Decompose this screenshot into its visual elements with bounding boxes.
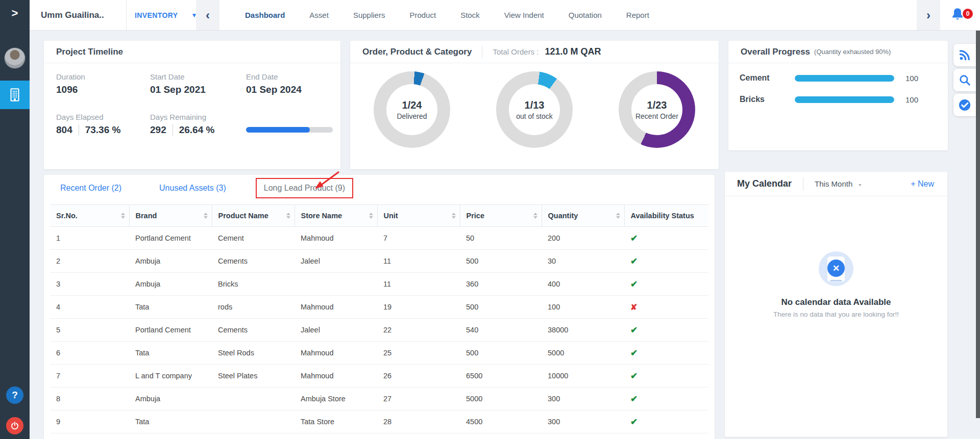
tab-long-lead-product-label: Long Lead Product (9) <box>264 184 345 193</box>
table-row[interactable]: 2AmbujaCementsJaleel1150030 ✔ <box>50 250 708 273</box>
bricks-value: 100 <box>905 95 918 104</box>
nav-item-dashboard[interactable]: Dashboard <box>245 11 285 19</box>
delivered-donut-chart: 1/24 Delivered <box>374 71 450 148</box>
calendar-new-button[interactable]: + New <box>911 179 934 189</box>
sidebar-expand-icon[interactable]: > <box>0 3 30 23</box>
nav-item-stock[interactable]: Stock <box>460 11 480 19</box>
nav-item-report[interactable]: Report <box>626 11 649 19</box>
cement-label: Cement <box>740 73 795 83</box>
tab-long-lead-product[interactable]: Long Lead Product (9) <box>256 178 353 198</box>
table-row[interactable]: 9TataTata Store284500300 ✔ <box>50 410 708 433</box>
recent-order-value: 1/23 <box>647 99 667 111</box>
col-header-availability[interactable]: Availability Status <box>624 205 708 227</box>
start-date-value: 01 Sep 2021 <box>150 84 246 95</box>
days-remaining-value: 292 <box>150 124 166 136</box>
total-orders-value: 121.0 M QAR <box>545 46 601 57</box>
sort-icon[interactable] <box>121 213 125 219</box>
duration-value: 1096 <box>56 84 150 95</box>
table-row[interactable]: 3AmbujaBricks11360400 ✔ <box>50 273 708 296</box>
power-logout-icon[interactable] <box>6 417 23 434</box>
module-dropdown[interactable]: INVENTORY ▼ <box>127 11 196 19</box>
col-header-srno[interactable]: Sr.No. <box>50 205 129 227</box>
project-name: Umm Guailina.. <box>30 0 127 30</box>
calendar-empty-subtitle: There is no data that you are looking fo… <box>725 311 947 318</box>
sort-icon[interactable] <box>452 213 456 219</box>
right-scroll-strip[interactable] <box>976 31 980 418</box>
nav-item-product[interactable]: Product <box>409 11 436 19</box>
table-row[interactable]: 8AmbujaAmbuja Store275000300 ✔ <box>50 388 708 410</box>
table-row[interactable]: 4TatarodsMahmoud19500100 ✘ <box>50 296 708 319</box>
timeline-progress-fill <box>246 127 310 133</box>
overall-progress-title: Overall Progress <box>741 47 810 57</box>
col-header-quantity[interactable]: Quantity <box>542 205 624 227</box>
nav-item-asset[interactable]: Asset <box>309 11 329 19</box>
long-lead-product-table: Sr.No. Brand Product Name Store Name Uni… <box>50 204 708 433</box>
main-nav: Dashboard Asset Suppliers Product Stock … <box>245 11 649 19</box>
nav-item-view-indent[interactable]: View Indent <box>504 11 544 19</box>
out-of-stock-icon: ✘ <box>630 303 637 312</box>
project-timeline-card: Project Timeline Duration 1096 Start Dat… <box>44 41 340 169</box>
col-header-product-name[interactable]: Product Name <box>212 205 295 227</box>
sort-icon[interactable] <box>204 213 208 219</box>
sort-icon[interactable] <box>369 213 373 219</box>
tab-recent-order[interactable]: Recent Order (2) <box>52 178 130 198</box>
table-row[interactable]: 5Portland CementCementsJaleel2254038000 … <box>50 319 708 342</box>
divider <box>482 46 482 58</box>
dashboard-main: Project Timeline Duration 1096 Start Dat… <box>30 31 980 439</box>
table-tabs: Recent Order (2) Unused Assets (3) Long … <box>44 175 715 200</box>
divider <box>79 124 79 136</box>
days-elapsed-percent: 73.36 % <box>85 124 121 136</box>
calendar-filter-dropdown[interactable]: This Month ⌄ <box>815 179 862 188</box>
sidebar-item-inventory[interactable] <box>0 81 30 109</box>
divider <box>173 124 173 136</box>
recent-order-label: Recent Order <box>635 112 678 120</box>
in-stock-icon: ✔ <box>630 325 638 335</box>
col-header-brand[interactable]: Brand <box>129 205 212 227</box>
in-stock-icon: ✔ <box>630 256 638 266</box>
nav-forward-button[interactable]: › <box>917 0 940 30</box>
calendar-filter-value: This Month <box>815 179 852 188</box>
my-calendar-card: My Calendar This Month ⌄ + New ✕ No cale… <box>725 172 947 437</box>
orders-title: Order, Product & Category <box>362 47 472 57</box>
in-stock-icon: ✔ <box>630 348 638 358</box>
table-row[interactable]: 7L and T companySteel PlatesMahmoud26650… <box>50 365 708 388</box>
timeline-progress-bar <box>246 127 333 133</box>
nav-item-suppliers[interactable]: Suppliers <box>353 11 385 19</box>
tasks-button[interactable] <box>953 94 976 116</box>
building-icon <box>7 87 22 102</box>
col-header-price[interactable]: Price <box>460 205 542 227</box>
feed-button[interactable] <box>953 44 976 66</box>
notifications-button[interactable]: 0 <box>949 7 967 24</box>
delivered-label: Delivered <box>397 112 427 120</box>
end-date-label: End Date <box>246 72 333 81</box>
start-date-label: Start Date <box>150 72 246 81</box>
sort-icon[interactable] <box>616 213 620 219</box>
out-of-stock-value: 1/13 <box>525 99 545 111</box>
nav-back-button[interactable]: ‹ <box>196 0 219 30</box>
tab-unused-assets[interactable]: Unused Assets (3) <box>151 178 234 198</box>
rss-icon <box>958 48 971 62</box>
days-elapsed-value: 804 <box>56 124 72 136</box>
table-row[interactable]: 6TataSteel RodsMahmoud255005000 ✔ <box>50 342 708 365</box>
calendar-empty-state: ✕ No calendar data Available There is no… <box>725 196 947 318</box>
user-avatar[interactable] <box>4 47 26 69</box>
help-icon[interactable]: ? <box>6 386 23 404</box>
delivered-value: 1/24 <box>402 99 422 111</box>
table-row[interactable]: 1Portland CementCementMahmoud750200 ✔ <box>50 227 708 250</box>
calendar-empty-title: No calendar data Available <box>725 297 947 307</box>
timeline-title: Project Timeline <box>56 47 123 57</box>
cement-progress-fill <box>795 75 894 82</box>
col-header-unit[interactable]: Unit <box>377 205 460 227</box>
end-date-value: 01 Sep 2024 <box>246 84 333 95</box>
col-header-store-name[interactable]: Store Name <box>295 205 377 227</box>
top-bar: Umm Guailina.. INVENTORY ▼ ‹ Dashboard A… <box>30 0 980 31</box>
days-remaining-percent: 26.64 % <box>179 124 215 136</box>
sort-icon[interactable] <box>533 213 537 219</box>
search-button[interactable] <box>953 69 976 91</box>
orders-card: Order, Product & Category Total Orders :… <box>350 41 719 169</box>
cement-progress-bar <box>795 75 894 82</box>
sort-icon[interactable] <box>286 213 290 219</box>
products-table-card: Recent Order (2) Unused Assets (3) Long … <box>44 175 715 439</box>
nav-item-quotation[interactable]: Quotation <box>569 11 602 19</box>
no-data-icon: ✕ <box>819 251 853 286</box>
